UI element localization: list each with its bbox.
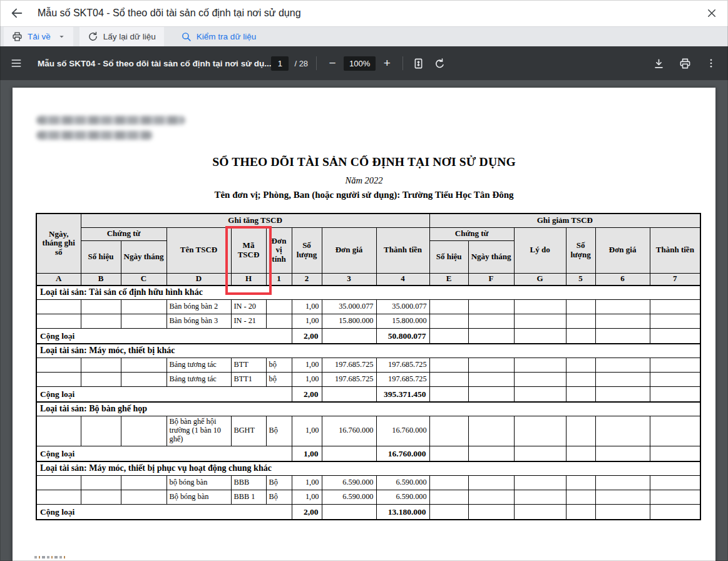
asset-name-cell: Bảng tương tác <box>167 358 231 372</box>
zoom-out-button[interactable]: − <box>325 56 340 71</box>
asset-type-label: Loại tài sản: Bộ bàn ghế họp <box>36 402 700 416</box>
dec-qty-cell <box>566 490 595 504</box>
qty-cell: 1,00 <box>292 299 322 314</box>
close-icon <box>706 8 717 19</box>
unit-cell: Bộ <box>266 475 292 490</box>
column-letter-cell: 7 <box>650 273 700 286</box>
subtotal-amount: 50.800.077 <box>376 328 429 344</box>
dec-qty-cell <box>566 475 595 490</box>
asset-code-cell: BTT <box>231 358 266 372</box>
group-header-decrease: Ghi giảm TSCĐ <box>429 214 700 227</box>
asset-name-cell: Bộ bóng bàn <box>167 490 231 504</box>
subtotal-row: Cộng loại2,00395.371.450 <box>36 386 700 402</box>
subtotal-row: Cộng loại2,0050.800.077 <box>36 328 700 344</box>
subtotal-dec-cell <box>514 386 566 402</box>
menu-button[interactable] <box>10 56 24 70</box>
reload-data-button[interactable]: Lấy lại dữ liệu <box>79 27 164 46</box>
reason-cell <box>514 416 566 446</box>
col-header-unit: Đơn vị tính <box>266 227 292 273</box>
print-icon <box>679 58 691 69</box>
asset-code-cell: IN - 21 <box>231 314 266 328</box>
pdf-more-options-button[interactable] <box>704 56 718 70</box>
date-cell <box>36 314 81 328</box>
chevron-down-icon[interactable] <box>58 33 65 40</box>
subtotal-qty: 2,00 <box>292 328 322 344</box>
unit-cell: bộ <box>266 372 292 386</box>
col-header-price: Đơn giá <box>322 227 376 273</box>
date-cell <box>36 372 81 386</box>
subtotal-label: Cộng loại <box>36 328 292 344</box>
dec-doc-no-cell <box>429 314 468 328</box>
col-header-asset-name: Tên TSCĐ <box>167 227 231 273</box>
pdf-viewer-toolbar: Mẫu số SKT04 - Sổ theo dõi tài sản cố đị… <box>0 46 728 80</box>
col-header-voucher: Chứng từ <box>429 227 514 240</box>
subtotal-dec-cell <box>595 328 650 344</box>
unit-cell: bộ <box>266 358 292 372</box>
page-number-input[interactable]: 1 <box>271 56 289 71</box>
qty-cell: 1,00 <box>292 358 322 372</box>
doc-no-cell <box>81 372 121 386</box>
download-button[interactable]: Tải về <box>4 27 73 46</box>
zoom-in-button[interactable]: + <box>379 56 394 71</box>
pdf-download-button[interactable] <box>652 56 665 70</box>
subtotal-label: Cộng loại <box>36 386 292 402</box>
action-toolbar: Tải về Lấy lại dữ liệu Kiểm tra dữ liệu <box>0 27 728 46</box>
subtotal-dec-cell <box>429 504 468 520</box>
reload-data-label: Lấy lại dữ liệu <box>103 32 156 41</box>
document-year: Năm 2022 <box>13 175 715 186</box>
subtotal-dec-cell <box>514 504 566 520</box>
back-arrow-icon <box>10 6 24 20</box>
dec-doc-no-cell <box>429 372 468 386</box>
dec-qty-cell <box>566 299 595 314</box>
asset-row: Bảng tương tácBTT1bộ1,00197.685.725197.6… <box>36 372 700 386</box>
price-cell: 6.590.000 <box>322 490 376 504</box>
asset-type-row: Loại tài sản: Tài sản cố định hữu hình k… <box>36 286 700 299</box>
asset-code-cell: BBB <box>231 475 266 490</box>
doc-no-cell <box>81 475 121 490</box>
subtotal-dec-cell <box>514 328 566 344</box>
column-letter-cell: 4 <box>376 273 429 286</box>
fit-page-button[interactable] <box>411 56 425 70</box>
asset-name-cell: Bộ bàn ghế hội trường (1 bàn 10 ghế) <box>167 416 231 446</box>
column-letter-cell: 1 <box>266 273 292 286</box>
dec-price-cell <box>595 358 650 372</box>
subtotal-dec-cell <box>429 328 468 344</box>
document-unit-line: Tên đơn vị; Phòng, Ban (hoặc người sử dụ… <box>13 190 715 200</box>
check-data-button[interactable]: Kiểm tra dữ liệu <box>173 27 264 46</box>
doc-no-cell <box>81 416 121 446</box>
doc-no-cell <box>81 358 121 372</box>
refresh-icon <box>88 31 98 42</box>
pdf-print-button[interactable] <box>678 56 692 70</box>
asset-row: Bộ bàn ghế hội trường (1 bàn 10 ghế)BGHT… <box>36 416 700 446</box>
col-header-asset-code: Mã TSCĐ <box>231 227 266 273</box>
subtotal-dec-cell <box>468 328 514 344</box>
qty-cell: 1,00 <box>292 314 322 328</box>
check-data-label: Kiểm tra dữ liệu <box>197 32 256 41</box>
asset-type-label: Loại tài sản: Tài sản cố định hữu hình k… <box>36 286 700 299</box>
subtotal-row: Cộng loại2,0013.180.000 <box>36 504 700 520</box>
asset-type-label: Loại tài sản: Máy móc, thiết bị phục vụ … <box>36 461 700 475</box>
subtotal-dec-cell <box>429 386 468 402</box>
close-button[interactable] <box>704 6 719 21</box>
col-header-amount: Thành tiền <box>376 227 429 273</box>
dec-doc-no-cell <box>429 299 468 314</box>
download-icon <box>653 58 665 69</box>
rotate-button[interactable] <box>433 56 446 70</box>
dec-qty-cell <box>566 314 595 328</box>
subtotal-price <box>322 328 376 344</box>
column-letter-cell: 6 <box>595 273 650 286</box>
asset-table-body: Loại tài sản: Tài sản cố định hữu hình k… <box>36 286 700 520</box>
reason-cell <box>514 475 566 490</box>
qty-cell: 1,00 <box>292 490 322 504</box>
zoom-level-input[interactable]: 100% <box>344 56 376 71</box>
pdf-content-area[interactable]: SỔ THEO DÕI TÀI SẢN CỐ ĐỊNH TẠI NƠI SỬ D… <box>0 80 728 561</box>
dec-doc-date-cell <box>468 372 514 386</box>
dec-doc-date-cell <box>468 314 514 328</box>
asset-code-cell: BGHT <box>231 416 266 446</box>
back-button[interactable] <box>9 5 25 21</box>
redacted-text-line <box>36 116 185 125</box>
date-cell <box>36 490 81 504</box>
dec-amount-cell <box>650 358 700 372</box>
unit-cell: Bộ <box>266 490 292 504</box>
dec-qty-cell <box>566 358 595 372</box>
